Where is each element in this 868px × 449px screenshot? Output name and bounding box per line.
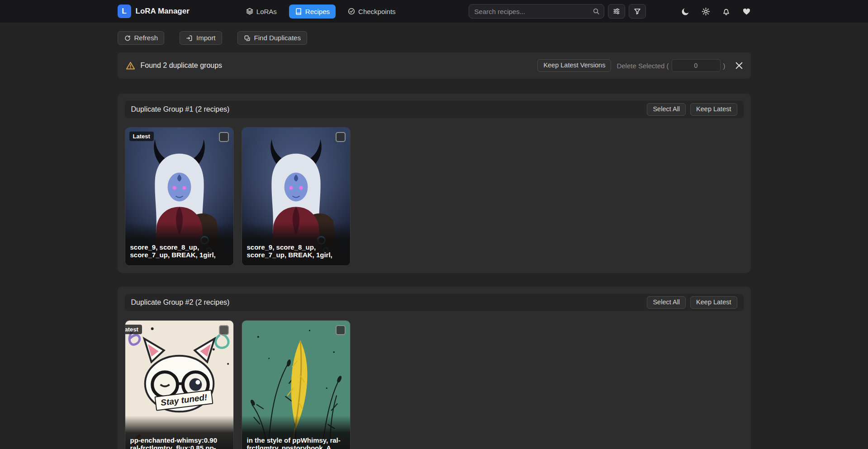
card-checkbox[interactable] xyxy=(336,132,346,142)
warning-icon xyxy=(126,61,135,71)
refresh-icon xyxy=(124,35,131,42)
delete-selected-prefix: Delete Selected ( xyxy=(617,62,669,70)
card-checkbox[interactable] xyxy=(219,325,229,335)
card-caption: score_9, score_8_up, score_7_up, BREAK, … xyxy=(125,222,233,265)
book-icon xyxy=(295,8,302,15)
select-all-button[interactable]: Select All xyxy=(647,103,686,115)
duplicates-alert: Found 2 duplicate groups Keep Latest Ver… xyxy=(118,52,751,79)
toolbar: Refresh Import Find Duplicates xyxy=(118,31,751,45)
latest-badge: Latest xyxy=(125,325,142,334)
gear-icon xyxy=(702,7,710,16)
find-duplicates-button[interactable]: Find Duplicates xyxy=(237,31,307,45)
settings-button[interactable] xyxy=(702,7,710,16)
group-actions: Select All Keep Latest xyxy=(647,103,737,115)
tab-label: LoRAs xyxy=(256,8,277,15)
group-header: Duplicate Group #2 (2 recipes) Select Al… xyxy=(125,294,744,311)
refresh-button[interactable]: Refresh xyxy=(118,31,165,45)
delete-count-input[interactable] xyxy=(672,59,721,72)
app-logo-icon: L xyxy=(118,5,131,18)
card-caption: score_9, score_8_up, score_7_up, BREAK, … xyxy=(242,222,350,265)
card-caption: in the style of ppWhimsy, ral-frctlgmtry… xyxy=(242,416,350,449)
close-icon xyxy=(735,62,743,69)
keep-latest-versions-button[interactable]: Keep Latest Versions xyxy=(537,59,611,71)
app-title: LoRA Manager xyxy=(136,7,190,16)
latest-badge: Latest xyxy=(129,132,154,141)
group-actions: Select All Keep Latest xyxy=(647,296,737,308)
recipe-card[interactable]: Stay tuned! Latest pp-enchanted-whimsy:0… xyxy=(125,320,234,449)
delete-selected-suffix: ) xyxy=(723,62,726,70)
group-title: Duplicate Group #2 (2 recipes) xyxy=(131,298,230,307)
group-header: Duplicate Group #1 (2 recipes) Select Al… xyxy=(125,101,744,118)
filter-button[interactable] xyxy=(629,4,646,19)
main-nav: LoRAs Recipes Checkpoints xyxy=(240,5,402,19)
search-input[interactable] xyxy=(469,4,604,19)
import-icon xyxy=(186,35,193,42)
delete-selected-group: Delete Selected ( ) xyxy=(617,59,725,72)
duplicate-group-2: Duplicate Group #2 (2 recipes) Select Al… xyxy=(118,287,751,449)
navbar: L LoRA Manager LoRAs Recipes Checkpoints xyxy=(0,0,868,23)
tab-recipes[interactable]: Recipes xyxy=(289,5,336,19)
keep-latest-button[interactable]: Keep Latest xyxy=(690,103,737,115)
recipe-card[interactable]: Latest score_9, score_8_up, score_7_up, … xyxy=(125,127,234,266)
theme-toggle-button[interactable] xyxy=(681,7,690,16)
notifications-button[interactable] xyxy=(722,7,730,16)
card-caption: pp-enchanted-whimsy:0.90 ral-frctlgmtry_… xyxy=(125,416,233,449)
group-title: Duplicate Group #1 (2 recipes) xyxy=(131,105,230,113)
card-grid: Latest score_9, score_8_up, score_7_up, … xyxy=(125,127,744,266)
search xyxy=(469,4,604,19)
keep-latest-button[interactable]: Keep Latest xyxy=(690,296,737,308)
card-checkbox[interactable] xyxy=(219,132,229,142)
tab-label: Checkpoints xyxy=(358,8,396,15)
import-button[interactable]: Import xyxy=(180,31,222,45)
alert-actions: Keep Latest Versions Delete Selected ( ) xyxy=(537,59,742,72)
moon-icon xyxy=(681,7,690,16)
select-all-button[interactable]: Select All xyxy=(647,296,686,308)
brand[interactable]: L LoRA Manager xyxy=(118,5,190,18)
search-icon xyxy=(593,8,600,15)
card-grid: Stay tuned! Latest pp-enchanted-whimsy:0… xyxy=(125,320,744,449)
funnel-icon xyxy=(634,8,641,15)
recipe-card[interactable]: score_9, score_8_up, score_7_up, BREAK, … xyxy=(242,127,351,266)
bell-icon xyxy=(722,7,730,16)
tab-label: Recipes xyxy=(305,8,330,15)
sliders-icon xyxy=(613,8,620,15)
card-checkbox[interactable] xyxy=(336,325,346,335)
navbar-actions xyxy=(681,7,751,16)
find-duplicates-label: Find Duplicates xyxy=(254,34,301,42)
main-content: Refresh Import Find Duplicates Found 2 d… xyxy=(118,23,751,449)
alert-close-button[interactable] xyxy=(735,62,743,69)
recipe-card[interactable]: in the style of ppWhimsy, ral-frctlgmtry… xyxy=(242,320,351,449)
alert-message: Found 2 duplicate groups xyxy=(141,61,223,70)
layers-icon xyxy=(246,8,253,15)
heart-icon xyxy=(742,7,751,16)
tab-loras[interactable]: LoRAs xyxy=(240,5,283,19)
sliders-button[interactable] xyxy=(608,4,625,19)
duplicates-icon xyxy=(244,35,251,42)
import-label: Import xyxy=(196,34,216,42)
refresh-label: Refresh xyxy=(134,34,158,42)
checkpoint-icon xyxy=(348,8,355,15)
favorites-button[interactable] xyxy=(742,7,751,16)
tab-checkpoints[interactable]: Checkpoints xyxy=(342,5,402,19)
duplicate-group-1: Duplicate Group #1 (2 recipes) Select Al… xyxy=(118,94,751,273)
